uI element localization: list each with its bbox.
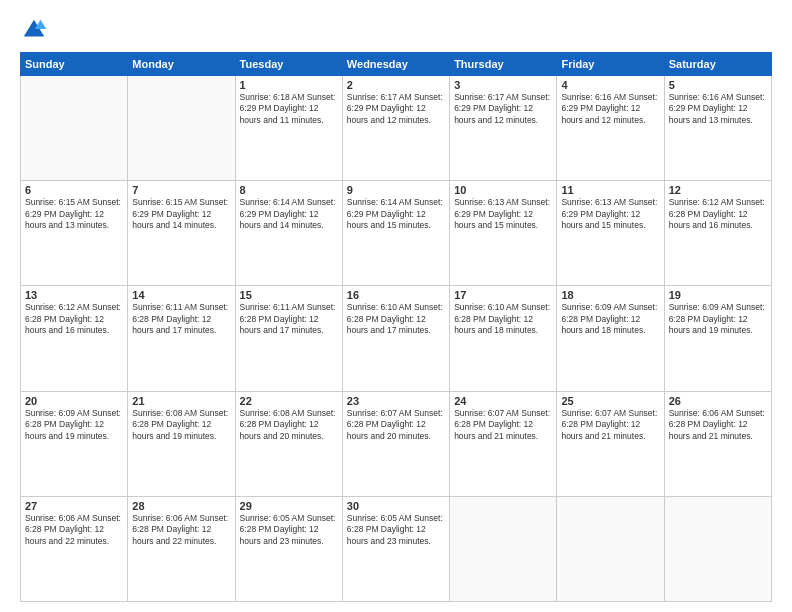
day-info: Sunrise: 6:09 AM Sunset: 6:28 PM Dayligh… <box>669 302 767 336</box>
day-info: Sunrise: 6:07 AM Sunset: 6:28 PM Dayligh… <box>454 408 552 442</box>
day-info: Sunrise: 6:12 AM Sunset: 6:28 PM Dayligh… <box>25 302 123 336</box>
weekday-header-tuesday: Tuesday <box>235 53 342 76</box>
day-cell: 14Sunrise: 6:11 AM Sunset: 6:28 PM Dayli… <box>128 286 235 391</box>
day-number: 4 <box>561 79 659 91</box>
day-cell: 10Sunrise: 6:13 AM Sunset: 6:29 PM Dayli… <box>450 181 557 286</box>
day-cell: 23Sunrise: 6:07 AM Sunset: 6:28 PM Dayli… <box>342 391 449 496</box>
day-number: 8 <box>240 184 338 196</box>
day-cell: 2Sunrise: 6:17 AM Sunset: 6:29 PM Daylig… <box>342 76 449 181</box>
day-cell: 30Sunrise: 6:05 AM Sunset: 6:28 PM Dayli… <box>342 496 449 601</box>
weekday-header-friday: Friday <box>557 53 664 76</box>
day-cell: 16Sunrise: 6:10 AM Sunset: 6:28 PM Dayli… <box>342 286 449 391</box>
day-cell: 20Sunrise: 6:09 AM Sunset: 6:28 PM Dayli… <box>21 391 128 496</box>
day-number: 30 <box>347 500 445 512</box>
day-number: 12 <box>669 184 767 196</box>
day-number: 16 <box>347 289 445 301</box>
day-number: 13 <box>25 289 123 301</box>
day-number: 17 <box>454 289 552 301</box>
day-info: Sunrise: 6:16 AM Sunset: 6:29 PM Dayligh… <box>669 92 767 126</box>
day-number: 9 <box>347 184 445 196</box>
week-row-4: 20Sunrise: 6:09 AM Sunset: 6:28 PM Dayli… <box>21 391 772 496</box>
weekday-header-saturday: Saturday <box>664 53 771 76</box>
day-cell <box>21 76 128 181</box>
day-info: Sunrise: 6:14 AM Sunset: 6:29 PM Dayligh… <box>347 197 445 231</box>
day-cell: 12Sunrise: 6:12 AM Sunset: 6:28 PM Dayli… <box>664 181 771 286</box>
day-cell: 29Sunrise: 6:05 AM Sunset: 6:28 PM Dayli… <box>235 496 342 601</box>
day-number: 22 <box>240 395 338 407</box>
day-cell: 6Sunrise: 6:15 AM Sunset: 6:29 PM Daylig… <box>21 181 128 286</box>
calendar: SundayMondayTuesdayWednesdayThursdayFrid… <box>20 52 772 602</box>
day-info: Sunrise: 6:14 AM Sunset: 6:29 PM Dayligh… <box>240 197 338 231</box>
day-cell: 7Sunrise: 6:15 AM Sunset: 6:29 PM Daylig… <box>128 181 235 286</box>
day-cell: 27Sunrise: 6:06 AM Sunset: 6:28 PM Dayli… <box>21 496 128 601</box>
day-cell <box>664 496 771 601</box>
day-info: Sunrise: 6:13 AM Sunset: 6:29 PM Dayligh… <box>561 197 659 231</box>
week-row-3: 13Sunrise: 6:12 AM Sunset: 6:28 PM Dayli… <box>21 286 772 391</box>
day-info: Sunrise: 6:10 AM Sunset: 6:28 PM Dayligh… <box>454 302 552 336</box>
day-info: Sunrise: 6:12 AM Sunset: 6:28 PM Dayligh… <box>669 197 767 231</box>
day-cell: 9Sunrise: 6:14 AM Sunset: 6:29 PM Daylig… <box>342 181 449 286</box>
day-number: 27 <box>25 500 123 512</box>
day-info: Sunrise: 6:10 AM Sunset: 6:28 PM Dayligh… <box>347 302 445 336</box>
day-number: 24 <box>454 395 552 407</box>
day-number: 2 <box>347 79 445 91</box>
day-number: 19 <box>669 289 767 301</box>
day-cell: 17Sunrise: 6:10 AM Sunset: 6:28 PM Dayli… <box>450 286 557 391</box>
day-number: 29 <box>240 500 338 512</box>
day-cell: 21Sunrise: 6:08 AM Sunset: 6:28 PM Dayli… <box>128 391 235 496</box>
day-cell: 8Sunrise: 6:14 AM Sunset: 6:29 PM Daylig… <box>235 181 342 286</box>
day-cell: 25Sunrise: 6:07 AM Sunset: 6:28 PM Dayli… <box>557 391 664 496</box>
week-row-5: 27Sunrise: 6:06 AM Sunset: 6:28 PM Dayli… <box>21 496 772 601</box>
day-info: Sunrise: 6:06 AM Sunset: 6:28 PM Dayligh… <box>669 408 767 442</box>
day-cell: 18Sunrise: 6:09 AM Sunset: 6:28 PM Dayli… <box>557 286 664 391</box>
day-info: Sunrise: 6:17 AM Sunset: 6:29 PM Dayligh… <box>454 92 552 126</box>
page: SundayMondayTuesdayWednesdayThursdayFrid… <box>0 0 792 612</box>
day-info: Sunrise: 6:18 AM Sunset: 6:29 PM Dayligh… <box>240 92 338 126</box>
day-info: Sunrise: 6:15 AM Sunset: 6:29 PM Dayligh… <box>25 197 123 231</box>
day-number: 28 <box>132 500 230 512</box>
day-info: Sunrise: 6:06 AM Sunset: 6:28 PM Dayligh… <box>25 513 123 547</box>
day-cell: 22Sunrise: 6:08 AM Sunset: 6:28 PM Dayli… <box>235 391 342 496</box>
day-cell: 19Sunrise: 6:09 AM Sunset: 6:28 PM Dayli… <box>664 286 771 391</box>
day-info: Sunrise: 6:06 AM Sunset: 6:28 PM Dayligh… <box>132 513 230 547</box>
day-number: 6 <box>25 184 123 196</box>
weekday-header-sunday: Sunday <box>21 53 128 76</box>
day-number: 20 <box>25 395 123 407</box>
day-info: Sunrise: 6:07 AM Sunset: 6:28 PM Dayligh… <box>347 408 445 442</box>
day-info: Sunrise: 6:13 AM Sunset: 6:29 PM Dayligh… <box>454 197 552 231</box>
day-number: 14 <box>132 289 230 301</box>
day-number: 25 <box>561 395 659 407</box>
day-number: 23 <box>347 395 445 407</box>
day-info: Sunrise: 6:17 AM Sunset: 6:29 PM Dayligh… <box>347 92 445 126</box>
weekday-header-thursday: Thursday <box>450 53 557 76</box>
day-info: Sunrise: 6:08 AM Sunset: 6:28 PM Dayligh… <box>132 408 230 442</box>
day-info: Sunrise: 6:05 AM Sunset: 6:28 PM Dayligh… <box>240 513 338 547</box>
day-cell: 1Sunrise: 6:18 AM Sunset: 6:29 PM Daylig… <box>235 76 342 181</box>
day-cell: 4Sunrise: 6:16 AM Sunset: 6:29 PM Daylig… <box>557 76 664 181</box>
day-info: Sunrise: 6:15 AM Sunset: 6:29 PM Dayligh… <box>132 197 230 231</box>
day-number: 7 <box>132 184 230 196</box>
day-number: 21 <box>132 395 230 407</box>
day-info: Sunrise: 6:11 AM Sunset: 6:28 PM Dayligh… <box>240 302 338 336</box>
day-number: 15 <box>240 289 338 301</box>
weekday-header-wednesday: Wednesday <box>342 53 449 76</box>
day-number: 10 <box>454 184 552 196</box>
day-info: Sunrise: 6:09 AM Sunset: 6:28 PM Dayligh… <box>561 302 659 336</box>
day-number: 5 <box>669 79 767 91</box>
day-info: Sunrise: 6:16 AM Sunset: 6:29 PM Dayligh… <box>561 92 659 126</box>
day-cell: 26Sunrise: 6:06 AM Sunset: 6:28 PM Dayli… <box>664 391 771 496</box>
day-cell: 11Sunrise: 6:13 AM Sunset: 6:29 PM Dayli… <box>557 181 664 286</box>
day-number: 1 <box>240 79 338 91</box>
week-row-2: 6Sunrise: 6:15 AM Sunset: 6:29 PM Daylig… <box>21 181 772 286</box>
weekday-header-monday: Monday <box>128 53 235 76</box>
day-number: 11 <box>561 184 659 196</box>
day-cell: 28Sunrise: 6:06 AM Sunset: 6:28 PM Dayli… <box>128 496 235 601</box>
day-cell: 24Sunrise: 6:07 AM Sunset: 6:28 PM Dayli… <box>450 391 557 496</box>
day-info: Sunrise: 6:08 AM Sunset: 6:28 PM Dayligh… <box>240 408 338 442</box>
weekday-header-row: SundayMondayTuesdayWednesdayThursdayFrid… <box>21 53 772 76</box>
day-cell: 15Sunrise: 6:11 AM Sunset: 6:28 PM Dayli… <box>235 286 342 391</box>
day-info: Sunrise: 6:05 AM Sunset: 6:28 PM Dayligh… <box>347 513 445 547</box>
header <box>20 16 772 44</box>
logo-icon <box>20 16 48 44</box>
day-number: 3 <box>454 79 552 91</box>
